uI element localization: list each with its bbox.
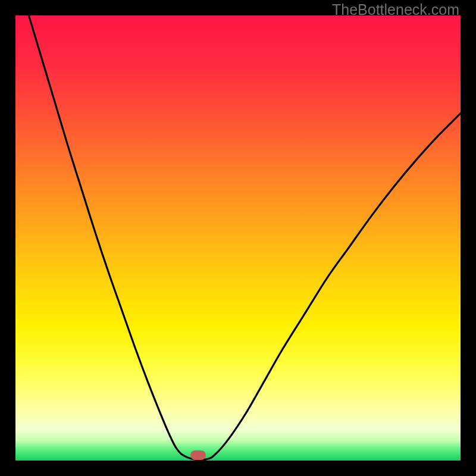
bottleneck-curve [15, 15, 461, 461]
bottleneck-marker [190, 450, 206, 460]
plot-frame [15, 15, 461, 461]
watermark-text: TheBottleneck.com [332, 1, 459, 18]
